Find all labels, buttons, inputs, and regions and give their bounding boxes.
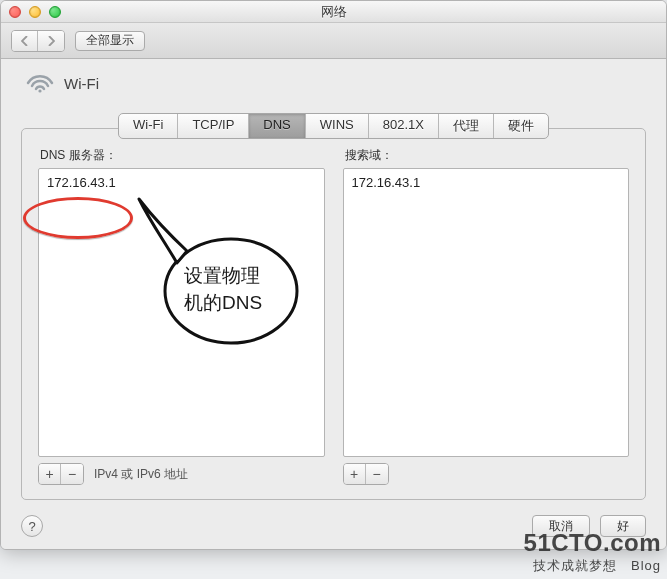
window-title: 网络 xyxy=(1,3,666,21)
search-domains-controls: + − xyxy=(343,463,630,485)
tab-dns[interactable]: DNS xyxy=(249,114,305,138)
add-dns-button[interactable]: + xyxy=(39,464,61,484)
preferences-window: 网络 全部显示 Wi-Fi xyxy=(0,0,667,550)
show-all-button[interactable]: 全部显示 xyxy=(75,31,145,51)
two-column-layout: DNS 服务器： 172.16.43.1 + − IPv4 或 IPv6 地址 … xyxy=(38,147,629,485)
domain-add-remove-segment: + − xyxy=(343,463,389,485)
tab-hardware[interactable]: 硬件 xyxy=(494,114,548,138)
tab-wifi[interactable]: Wi-Fi xyxy=(119,114,178,138)
zoom-window-button[interactable] xyxy=(49,6,61,18)
toolbar: 全部显示 xyxy=(1,23,666,59)
title-bar: 网络 xyxy=(1,1,666,23)
search-domains-column: 搜索域： 172.16.43.1 + − xyxy=(343,147,630,485)
connection-name: Wi-Fi xyxy=(64,75,99,92)
chevron-right-icon xyxy=(47,36,55,46)
remove-domain-button[interactable]: − xyxy=(366,464,388,484)
search-domains-label: 搜索域： xyxy=(345,147,630,164)
dns-servers-list[interactable]: 172.16.43.1 xyxy=(38,168,325,457)
wifi-icon xyxy=(26,73,54,93)
dns-add-remove-segment: + − xyxy=(38,463,84,485)
dns-servers-label: DNS 服务器： xyxy=(40,147,325,164)
ok-button[interactable]: 好 xyxy=(600,515,646,537)
close-window-button[interactable] xyxy=(9,6,21,18)
remove-dns-button[interactable]: − xyxy=(61,464,83,484)
list-item[interactable]: 172.16.43.1 xyxy=(352,175,621,190)
body-area: Wi-Fi Wi-Fi TCP/IP DNS WINS 802.1X 代理 硬件… xyxy=(1,59,666,549)
svg-point-0 xyxy=(38,89,41,92)
heading-row: Wi-Fi xyxy=(26,73,646,93)
add-domain-button[interactable]: + xyxy=(344,464,366,484)
minimize-window-button[interactable] xyxy=(29,6,41,18)
dns-servers-column: DNS 服务器： 172.16.43.1 + − IPv4 或 IPv6 地址 xyxy=(38,147,325,485)
tab-tcpip[interactable]: TCP/IP xyxy=(178,114,249,138)
tab-bar: Wi-Fi TCP/IP DNS WINS 802.1X 代理 硬件 xyxy=(21,113,646,139)
tab-wins[interactable]: WINS xyxy=(306,114,369,138)
nav-segment xyxy=(11,30,65,52)
cancel-button[interactable]: 取消 xyxy=(532,515,590,537)
forward-button[interactable] xyxy=(38,31,64,51)
list-item[interactable]: 172.16.43.1 xyxy=(47,175,316,190)
tab-8021x[interactable]: 802.1X xyxy=(369,114,439,138)
dns-hint: IPv4 或 IPv6 地址 xyxy=(94,466,188,483)
tab-proxy[interactable]: 代理 xyxy=(439,114,494,138)
window-controls xyxy=(9,6,61,18)
footer-row: ? 取消 好 xyxy=(21,515,646,537)
tab-segment: Wi-Fi TCP/IP DNS WINS 802.1X 代理 硬件 xyxy=(118,113,549,139)
dns-servers-controls: + − IPv4 或 IPv6 地址 xyxy=(38,463,325,485)
watermark-subtitle: 技术成就梦想 xyxy=(533,558,617,573)
chevron-left-icon xyxy=(21,36,29,46)
footer-actions: 取消 好 xyxy=(532,515,646,537)
tab-pane: DNS 服务器： 172.16.43.1 + − IPv4 或 IPv6 地址 … xyxy=(21,128,646,500)
help-button[interactable]: ? xyxy=(21,515,43,537)
back-button[interactable] xyxy=(12,31,38,51)
watermark-tag: Blog xyxy=(631,558,661,573)
search-domains-list[interactable]: 172.16.43.1 xyxy=(343,168,630,457)
